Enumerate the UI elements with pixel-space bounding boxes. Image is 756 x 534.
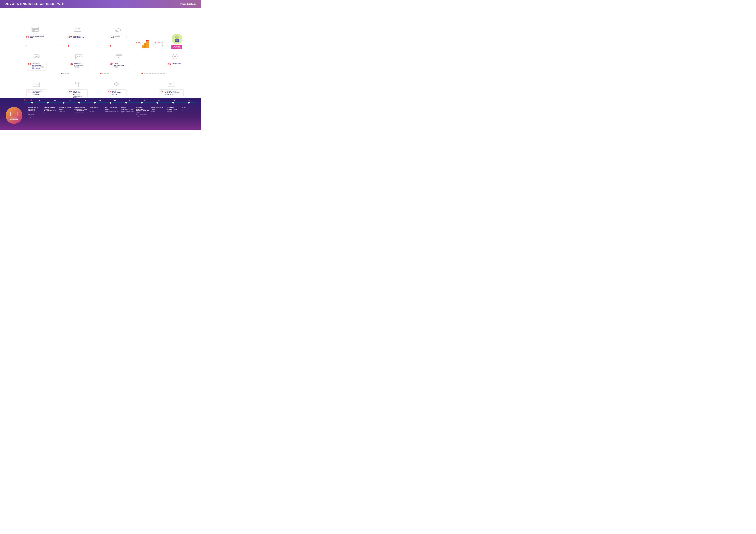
engineer-badge: DEVOPSENGINEER [172,45,182,49]
tl-dot-08 [141,102,143,104]
header-title: DEVOPS ENGINEER CAREER PATH [5,2,65,6]
node-04-num: 04 [161,90,164,93]
arrow-left-icon2: ◀ [100,72,101,74]
goal-icon [141,39,151,49]
svg-marker-20 [146,39,149,41]
tl-col-10-title: CONTAINER ORCHESTRATION [167,107,180,110]
node-05: 05 CI/CD TOOLS [165,53,185,66]
node-05-label: 05 CI/CD TOOLS [167,62,183,66]
svg-rect-30 [76,54,82,59]
you-are-label: YOU ARE A [153,42,162,44]
arrow-left-icon3: ◀ [61,72,62,74]
tl-col-01-sub: PythonBash ScriptPowerShellJava [28,112,42,118]
tl-dot-09 [156,102,158,104]
tl-num-05: 05 [92,99,107,101]
bottom-row: DEVOPSENGINEER PROGRAMMING/ SCRIPTING LA… [6,107,197,127]
node-02: 02 VERSION CONTROL/ PROJECT MANAGEMENT T… [68,80,88,100]
devops-circle: DEVOPSENGINEER [6,107,22,124]
devops-engineer-circle-area: DEVOPSENGINEER [6,107,24,124]
arrow-right-icon3: ▶ [26,45,27,47]
node-02-text: VERSION CONTROL/ PROJECT MANAGEMENT TOOL [73,90,86,99]
node-04: 04 CONFIGURATION MANAGEMENT TOOL & DEPLO… [158,80,184,96]
node-03-text: BUILD AUTOMATION TOOLS [112,90,125,95]
node-11: 11 CLOUD [108,25,128,39]
divider-line [26,107,26,127]
build-auto-icon [112,81,121,88]
svg-point-43 [116,83,118,85]
tl-col-02-sub: Git [44,112,57,114]
node-05-num: 05 [168,63,171,65]
svg-rect-28 [116,54,122,59]
tl-col-06-sub: Selenium or Katalon Studio [105,111,119,113]
node-06-icon [114,53,124,61]
node-03-icon [111,80,122,89]
containerization-icon [31,26,40,33]
tl-dot-11 [188,102,190,104]
arrow-right-icon2: ▶ [110,45,112,47]
tl-col-01-title: PROGRAMMING/ SCRIPTING LANGUAGE [28,107,42,112]
tl-num-02: 02 [48,99,63,101]
tl-col-05-sub: JenkinsGitLab CI [90,109,103,113]
tl-num-08: 08 [137,99,152,101]
goal-flag-icon [141,39,151,49]
svg-point-9 [76,29,76,30]
tl-dot-05 [94,102,96,104]
svg-rect-4 [34,29,35,29]
road-canvas: 09 CONTAINERIZATION TOOL ▶ [7,12,196,98]
tl-col-01: PROGRAMMING/ SCRIPTING LANGUAGE PythonBa… [27,107,43,118]
connector-to-engineer [162,46,170,46]
node-01-num: 01 [28,90,31,93]
node-03-num: 03 [108,90,111,93]
node-07-icon [74,53,84,61]
svg-point-22 [176,36,178,38]
tl-num-06: 06 [107,99,122,101]
tl-num-09: 09 [152,99,167,101]
you-are-badge: YOU ARE A [153,42,162,44]
timeline-nums: 01 02 03 04 05 06 07 08 09 10 11 [33,99,197,101]
svg-line-40 [77,84,77,85]
node-10-icon [72,25,83,34]
tl-dot-06 [110,102,111,104]
node-09-label: 09 CONTAINERIZATION TOOL [25,35,45,40]
devops-circle-text: DEVOPSENGINEER [10,117,18,120]
config-mgmt-icon [167,81,176,88]
main-diagram: 09 CONTAINERIZATION TOOL ▶ [0,8,201,98]
tl-col-05-title: CI/CD TOOLS [90,107,103,109]
svg-rect-25 [176,40,178,41]
tl-num-01: 01 [33,99,48,101]
programming-icon [32,81,41,88]
tl-col-04-sub: Chef or Puppet or Ansible [74,112,88,114]
arrow-right-icon: ▶ [68,45,70,47]
svg-rect-55 [11,114,13,114]
node-05-icon [170,53,180,61]
svg-line-35 [36,83,37,86]
engineer-avatar [172,34,182,44]
tl-num-03: 03 [63,99,78,101]
node-11-label: 11 CLOUD [110,35,126,39]
tl-dot-02 [47,102,49,104]
node-06-num: 06 [110,63,114,65]
arrow-07-08: ◀ [62,73,69,74]
node-05-text: CI/CD TOOLS [172,63,181,64]
tl-dot-01 [31,102,33,104]
vert-connector-right [174,76,174,99]
node-08-icon [31,53,42,61]
tl-col-10-sub: KubernetesDocker Swarm [167,111,180,114]
node-01-icon [31,80,41,89]
node-08: 08 DATABASE MANAGEMENT, CONFIGURATION AN… [27,53,46,70]
node-07: 07 LOGGING & MONITORING TOOLS [69,53,89,69]
node-07-label: 07 LOGGING & MONITORING TOOLS [69,62,89,69]
svg-rect-3 [33,29,34,29]
node-09-num: 09 [26,36,29,38]
node-04-label: 04 CONFIGURATION MANAGEMENT TOOL & DEPLO… [159,89,184,96]
timeline-columns: PROGRAMMING/ SCRIPTING LANGUAGE PythonBa… [27,107,197,118]
tl-col-03-title: BUILD AUTOMATION TOOLS [59,107,73,110]
tl-col-11-sub: AWS or Azure [182,109,196,111]
svg-point-37 [78,82,80,84]
node-10-num: 10 [69,36,72,38]
timeline-track-row [6,101,197,106]
node-08-num: 08 [28,63,31,65]
starts-label: STARTS [24,99,32,101]
node-11-num: 11 [111,36,115,38]
svg-line-41 [78,84,79,85]
